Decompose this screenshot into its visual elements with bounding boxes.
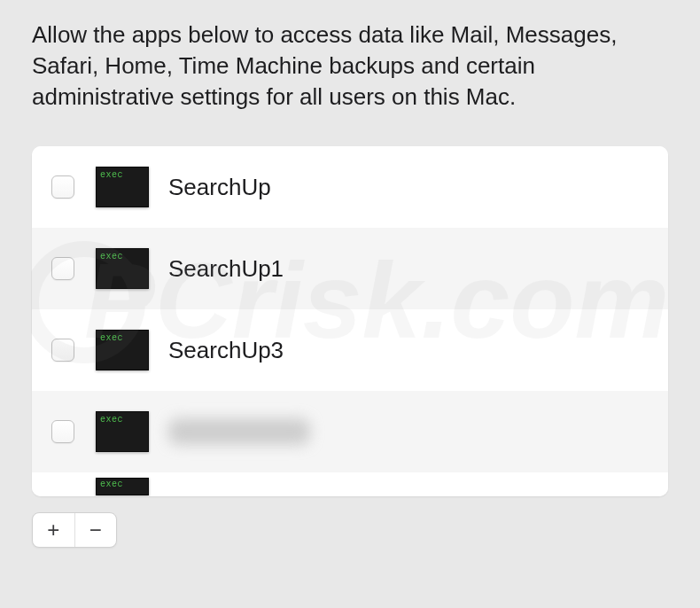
list-toolbar: + − [32, 512, 117, 548]
app-name-label: SearchUp [168, 174, 271, 201]
app-name-label: SearchUp3 [168, 337, 284, 364]
app-list: SearchUp SearchUp1 SearchUp3 [32, 146, 668, 496]
app-terminal-icon [96, 330, 149, 370]
list-item[interactable] [32, 391, 668, 472]
checkbox[interactable] [51, 339, 74, 362]
add-button[interactable]: + [33, 513, 75, 547]
checkbox[interactable] [51, 175, 74, 199]
app-terminal-icon [96, 478, 149, 495]
checkbox[interactable] [51, 420, 74, 443]
app-terminal-icon [96, 248, 149, 289]
remove-button[interactable]: − [75, 513, 117, 547]
list-item[interactable]: SearchUp [32, 146, 668, 228]
checkbox[interactable] [51, 257, 74, 280]
list-item[interactable] [32, 472, 668, 496]
description-text: Allow the apps below to access data like… [0, 0, 700, 113]
app-name-label-redacted [168, 418, 310, 445]
app-terminal-icon [96, 167, 149, 207]
app-terminal-icon [96, 411, 149, 452]
app-name-label: SearchUp1 [168, 255, 284, 283]
list-item[interactable]: SearchUp1 [32, 228, 668, 309]
list-item[interactable]: SearchUp3 [32, 309, 668, 391]
